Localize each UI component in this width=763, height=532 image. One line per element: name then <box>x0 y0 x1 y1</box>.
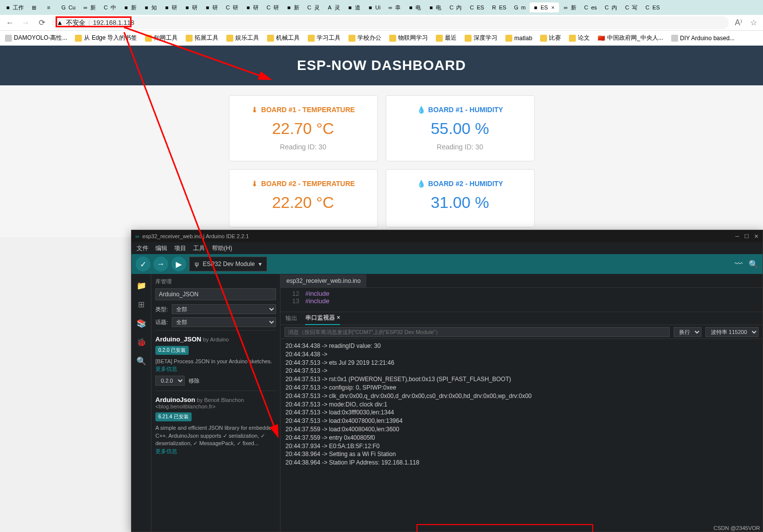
back-button[interactable]: ← <box>4 17 16 29</box>
browser-tab[interactable]: ■研 <box>202 2 221 13</box>
browser-tab[interactable]: Ces <box>580 2 600 12</box>
lib-version-select[interactable]: 0.2.0 <box>155 376 185 386</box>
code-editor[interactable]: 12#include 13#include <box>280 288 763 312</box>
url-input[interactable]: ▲ 不安全 | 192.168.1.118 <box>52 16 729 29</box>
upload-button[interactable]: → <box>153 257 168 271</box>
folder-icon[interactable]: 📁 <box>136 280 147 291</box>
serial-monitor-icon[interactable]: 🔍 <box>749 260 759 269</box>
browser-tab[interactable]: C研 <box>222 2 241 13</box>
topic-select[interactable]: 全部 <box>172 317 276 327</box>
browser-tab[interactable]: ■研 <box>161 2 180 13</box>
minimize-icon[interactable]: ─ <box>735 233 739 240</box>
board-manager-icon[interactable]: ⊞ <box>136 299 147 310</box>
serial-line: 20:44:37.513 -> <box>285 367 758 375</box>
browser-tab[interactable]: C灵 <box>303 2 323 13</box>
bookmark-item[interactable]: 娱乐工具 <box>224 33 261 43</box>
serial-plotter-icon[interactable]: 〰 <box>735 260 743 269</box>
close-tab-icon[interactable]: × <box>337 314 340 321</box>
baud-rate-select[interactable]: 波特率 115200 <box>705 327 759 337</box>
serial-monitor-tab[interactable]: 串口监视器 × <box>305 312 340 325</box>
browser-tab[interactable]: C内 <box>445 2 465 13</box>
refresh-button[interactable]: ⟳ <box>36 17 48 29</box>
bookmark-item[interactable]: DAMOYOLO-高性... <box>3 33 69 43</box>
bookmark-item[interactable]: 物联网学习 <box>387 33 430 43</box>
bookmark-item[interactable]: 比赛 <box>538 33 563 43</box>
bookmark-item[interactable]: 机械工具 <box>265 33 302 43</box>
serial-line: 20:44:37.513 -> rst:0x1 (POWERON_RESET),… <box>285 375 758 384</box>
type-select[interactable]: 全部 <box>172 304 276 314</box>
bookmark-item[interactable]: 知网工具 <box>143 33 180 43</box>
browser-tab[interactable]: ≡ <box>43 2 57 12</box>
bookmark-item[interactable]: 学校办公 <box>347 33 383 43</box>
search-icon[interactable]: 🔍 <box>136 355 147 366</box>
read-aloud-icon[interactable]: A⁾ <box>733 18 744 27</box>
browser-tab[interactable]: ■新 <box>120 2 139 13</box>
debug-button[interactable]: ▶ <box>171 257 186 271</box>
bookmark-item[interactable]: 论文 <box>567 33 592 43</box>
maximize-icon[interactable]: ☐ <box>744 233 749 240</box>
tab-label: es <box>591 4 597 10</box>
serial-output[interactable]: 20:44:34.438 -> readingID value: 3020:44… <box>280 339 763 532</box>
bookmark-item[interactable]: 最近 <box>434 33 459 43</box>
browser-tab[interactable]: ∞新 <box>79 2 99 13</box>
arduino-titlebar[interactable]: ∞ esp32_receiver_web.ino | Arduino IDE 2… <box>132 230 763 242</box>
bookmark-item[interactable]: 深度学习 <box>463 33 499 43</box>
browser-tab[interactable]: ■ES× <box>530 2 559 12</box>
library-manager-icon[interactable]: 📚 <box>136 318 147 329</box>
browser-tab[interactable]: C中 <box>100 2 119 13</box>
bookmark-item[interactable]: 学习工具 <box>306 33 343 43</box>
bookmark-item[interactable]: 从 Edge 导入的书签 <box>73 33 139 43</box>
menu-item[interactable]: 工具 <box>193 244 205 253</box>
bookmarks-bar: DAMOYOLO-高性...从 Edge 导入的书签知网工具拓展工具娱乐工具机械… <box>0 31 763 46</box>
lib-search-input[interactable] <box>155 288 276 300</box>
lib-remove-button[interactable]: 移除 <box>189 377 200 385</box>
close-icon[interactable]: × <box>550 4 556 10</box>
bookmark-item[interactable]: matlab <box>503 34 534 43</box>
favorite-icon[interactable]: ☆ <box>748 18 759 27</box>
browser-tab[interactable]: ■道 <box>344 2 363 13</box>
board-selector[interactable]: ψ ESP32 Dev Module ▾ <box>189 257 267 271</box>
lib-more-link[interactable]: 更多信息 <box>155 365 276 373</box>
browser-tab[interactable]: ∞串 <box>384 2 404 13</box>
menu-item[interactable]: 项目 <box>174 244 186 253</box>
watermark: CSDN @2345VOR <box>713 525 760 531</box>
browser-tab[interactable]: C写 <box>621 2 640 13</box>
browser-tab[interactable]: A灵 <box>324 2 343 13</box>
browser-tab[interactable]: ■Ui <box>364 2 383 12</box>
dashboard-card: 💧BOARD #1 - HUMIDITY 55.00 % Reading ID:… <box>386 95 535 161</box>
lib-more-link[interactable]: 更多信息 <box>155 448 276 455</box>
menu-item[interactable]: 文件 <box>137 244 148 253</box>
menu-item[interactable]: 帮助(H) <box>212 244 232 253</box>
bookmark-item[interactable]: 🇨🇳中国政府网_中央人... <box>596 33 665 43</box>
browser-tab[interactable]: ■电 <box>405 2 424 13</box>
verify-button[interactable]: ✓ <box>136 257 150 271</box>
output-tab[interactable]: 输出 <box>285 312 297 325</box>
browser-tab[interactable]: ■研 <box>181 2 201 13</box>
bookmark-item[interactable]: 拓展工具 <box>184 33 220 43</box>
browser-tab[interactable]: CES <box>641 2 663 12</box>
line-ending-select[interactable]: 换行 <box>674 327 701 337</box>
browser-tab[interactable]: Gm <box>510 2 529 12</box>
browser-tab[interactable]: ■工作 <box>2 2 27 13</box>
browser-tab[interactable]: ⊞ <box>28 2 42 12</box>
serial-message-input[interactable] <box>284 327 670 337</box>
forward-button[interactable]: → <box>20 17 32 29</box>
browser-tab[interactable]: ∞新 <box>560 2 579 13</box>
debug-icon[interactable]: 🐞 <box>136 336 147 347</box>
browser-tab[interactable]: ■电 <box>425 2 444 13</box>
tab-label: 知 <box>151 4 157 11</box>
browser-tab[interactable]: ■新 <box>283 2 302 13</box>
lib-installed-badge: 0.2.0 已安装 <box>155 346 189 355</box>
browser-tab[interactable]: GCu <box>58 2 78 12</box>
browser-tab[interactable]: CES <box>466 2 487 12</box>
browser-tab[interactable]: C内 <box>601 2 620 13</box>
browser-tab[interactable]: RES <box>488 2 509 12</box>
browser-tab[interactable]: ■研 <box>242 2 262 13</box>
editor-tab[interactable]: esp32_receiver_web.ino.ino <box>280 274 366 287</box>
browser-tab[interactable]: ■知 <box>140 2 160 13</box>
bookmark-item[interactable]: DIY Arduino based... <box>669 34 737 43</box>
browser-tab[interactable]: C研 <box>263 2 282 13</box>
close-icon[interactable]: ✕ <box>754 233 759 240</box>
folder-icon <box>186 35 193 42</box>
menu-item[interactable]: 编辑 <box>155 244 167 253</box>
